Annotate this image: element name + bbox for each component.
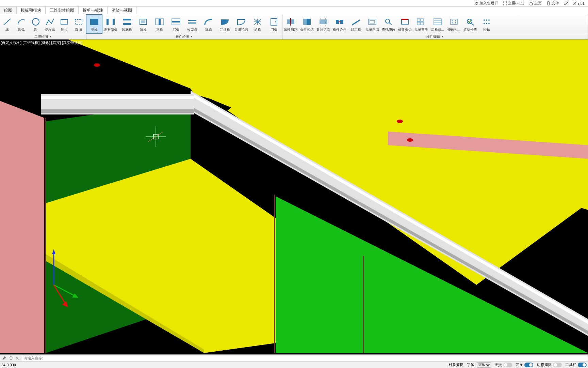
- slant-shelf-button[interactable]: 斜层板: [348, 14, 364, 34]
- svg-point-53: [486, 23, 487, 24]
- line-button[interactable]: 线: [0, 14, 14, 34]
- ribbon-label: 线性切割: [284, 28, 297, 31]
- font-select[interactable]: 宋体: [477, 362, 491, 368]
- tab-label: 模板和模块: [21, 7, 41, 13]
- ribbon-label: 异形轮廓: [234, 28, 248, 31]
- home-icon: [529, 1, 533, 5]
- ribbon-label: 修改板边: [398, 28, 412, 31]
- linear-cut-button[interactable]: 线性切割: [282, 14, 299, 34]
- shape-check-button[interactable]: 造型检查: [462, 14, 478, 34]
- ortho-item[interactable]: 正交: [494, 362, 512, 367]
- panel-titles: 二维绘图▼ 板件绘图▼ 板件编辑▼: [0, 34, 588, 40]
- region-icon: [73, 17, 84, 27]
- rect-button[interactable]: 矩形: [57, 14, 71, 34]
- viewport[interactable]: [自定义视图] [二维线框] [概念] [真实] [真实带线框]: [0, 40, 588, 354]
- panel-title-panels[interactable]: 板件绘图▼: [86, 34, 282, 39]
- arc-button[interactable]: 圆弧: [14, 14, 29, 34]
- svg-rect-16: [172, 19, 180, 25]
- side-panel-button[interactable]: 左右侧板: [102, 14, 119, 34]
- svg-point-44: [455, 20, 456, 21]
- single-panel-icon: [88, 17, 100, 27]
- svg-point-46: [455, 22, 456, 24]
- toolbar-item[interactable]: 工具栏: [565, 362, 587, 367]
- tab-draw[interactable]: 绘图: [0, 7, 17, 14]
- irregular-panel-button[interactable]: 异形板: [217, 14, 233, 34]
- viewport-label[interactable]: [自定义视图] [二维线框] [概念] [真实] [真实带线框]: [1, 40, 83, 45]
- svg-rect-37: [417, 22, 420, 25]
- command-input[interactable]: [22, 355, 588, 361]
- vertical-panel-button[interactable]: 立板: [151, 14, 168, 34]
- user-label: sjb1: [578, 1, 585, 5]
- batch-view-button[interactable]: 批量查看: [413, 14, 429, 34]
- trim-strip-button[interactable]: 收口条: [184, 14, 200, 34]
- svg-point-2: [574, 2, 575, 3]
- wine-rack-icon: [252, 17, 263, 27]
- wine-rack-button[interactable]: 酒格: [249, 14, 266, 34]
- fullscreen-button[interactable]: 全屏(F11): [501, 0, 526, 6]
- panel-title-2d[interactable]: 二维绘图▼: [0, 34, 86, 39]
- svg-point-0: [475, 2, 476, 3]
- molding-icon: [203, 17, 214, 27]
- back-panel-button[interactable]: 背板: [135, 14, 151, 34]
- svg-marker-60: [46, 101, 191, 251]
- tab-split[interactable]: 拆单与标注: [79, 7, 108, 14]
- ref-cut-button[interactable]: 参照切割: [315, 14, 331, 34]
- tab-label: 渲染与视图: [112, 7, 132, 13]
- circle-button[interactable]: 圆: [29, 14, 43, 34]
- svg-rect-6: [75, 19, 82, 24]
- snap-toggle[interactable]: 对象捕捉: [448, 362, 463, 367]
- edge-edit-button[interactable]: 修改板边: [397, 14, 413, 34]
- home-button[interactable]: 主页: [527, 0, 544, 6]
- tab-render[interactable]: 渲染与视图: [108, 7, 136, 14]
- join-group-button[interactable]: 加入售后群: [472, 0, 500, 6]
- drill-arrange-button[interactable]: 排钻: [478, 14, 495, 34]
- shelf-edit-button[interactable]: 层板修...: [429, 14, 446, 34]
- svg-rect-5: [61, 19, 68, 24]
- highlight-item[interactable]: 亮显: [516, 362, 533, 367]
- ortho-toggle[interactable]: [503, 363, 512, 367]
- font-select-wrap: 字体: 宋体: [467, 362, 491, 368]
- svg-rect-24: [303, 19, 307, 25]
- tab-3d[interactable]: 三维实体绘图: [46, 7, 79, 14]
- edit-button[interactable]: [562, 0, 570, 6]
- toolbar-toggle[interactable]: [578, 363, 587, 367]
- shelf-panel-button[interactable]: 层板: [168, 14, 184, 34]
- ribbon-label: 排钻: [483, 28, 490, 31]
- tab-template[interactable]: 模板和模块: [17, 7, 46, 14]
- panel-merge-button[interactable]: 板件合并: [331, 14, 348, 34]
- ribbon-label: 层板修...: [431, 28, 444, 31]
- molding-button[interactable]: 线条: [200, 14, 217, 34]
- svg-rect-42: [451, 19, 457, 25]
- polyline-button[interactable]: 多段线: [43, 14, 57, 34]
- batch-inset-button[interactable]: 批量内缩: [364, 14, 380, 34]
- svg-rect-11: [123, 23, 131, 25]
- dyncatch-toggle[interactable]: [553, 363, 562, 367]
- door-panel-button[interactable]: 门板: [266, 14, 282, 34]
- svg-rect-18: [188, 20, 196, 21]
- svg-rect-38: [421, 22, 423, 25]
- ribbon-label: 线: [5, 28, 9, 31]
- panel-tangent-button[interactable]: 板件相切: [299, 14, 315, 34]
- dyncatch-item[interactable]: 动态捕捉: [537, 362, 562, 367]
- ribbon-label: 酒格: [254, 28, 261, 31]
- file-button[interactable]: 文件: [544, 0, 561, 6]
- prompt-icon[interactable]: [15, 355, 20, 361]
- region-button[interactable]: 圆域: [71, 14, 86, 34]
- topbot-panel-button[interactable]: 顶底板: [119, 14, 135, 34]
- group-icon: [474, 1, 478, 5]
- irregular-outline-button[interactable]: 异形轮廓: [233, 14, 249, 34]
- find-edit-button[interactable]: 查找修改: [380, 14, 397, 34]
- highlight-toggle[interactable]: [524, 363, 533, 367]
- tab-row: 绘图 模板和模块 三维实体绘图 拆单与标注 渲染与视图: [0, 7, 588, 14]
- panel-title-edit[interactable]: 板件编辑▼: [282, 34, 588, 39]
- svg-point-31: [386, 19, 390, 23]
- rect-icon: [59, 17, 70, 27]
- wrench-icon[interactable]: [1, 355, 7, 361]
- expand-icon[interactable]: [8, 355, 14, 361]
- single-panel-button[interactable]: 单板: [86, 14, 102, 34]
- dyncatch-label: 动态捕捉: [537, 362, 552, 367]
- svg-point-47: [467, 19, 472, 24]
- drill-edit-button[interactable]: 修改排...: [446, 14, 462, 34]
- svg-rect-26: [320, 19, 327, 24]
- user-button[interactable]: sjb1: [571, 0, 587, 6]
